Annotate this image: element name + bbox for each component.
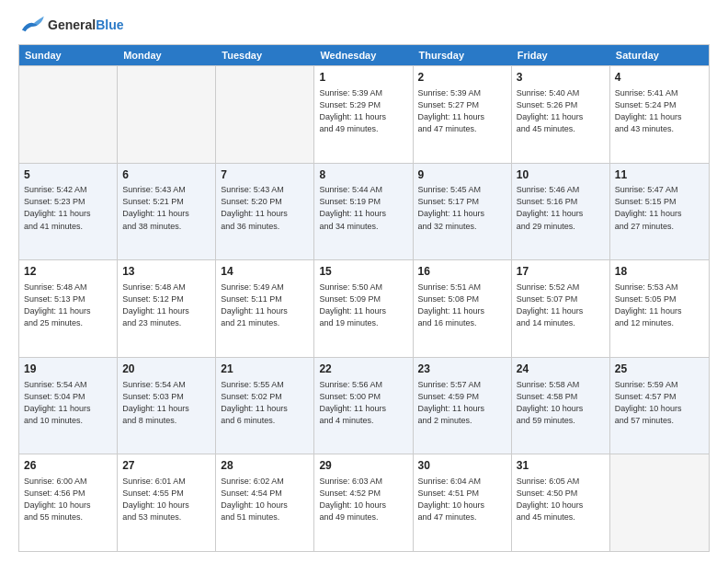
day-info: Sunrise: 5:40 AM Sunset: 5:26 PM Dayligh… [517, 87, 605, 135]
day-number: 31 [517, 458, 605, 474]
logo-icon [18, 15, 44, 35]
day-info: Sunrise: 6:03 AM Sunset: 4:52 PM Dayligh… [319, 476, 407, 523]
calendar: SundayMondayTuesdayWednesdayThursdayFrid… [18, 44, 710, 552]
calendar-cell: 8Sunrise: 5:44 AM Sunset: 5:19 PM Daylig… [314, 164, 413, 260]
calendar-cell: 5Sunrise: 5:42 AM Sunset: 5:23 PM Daylig… [19, 164, 118, 260]
day-info: Sunrise: 5:59 AM Sunset: 4:57 PM Dayligh… [615, 379, 704, 427]
day-number: 22 [319, 362, 407, 377]
day-number: 18 [615, 264, 704, 280]
day-number: 26 [24, 458, 112, 474]
calendar-cell: 3Sunrise: 5:40 AM Sunset: 5:26 PM Daylig… [512, 66, 610, 163]
calendar-cell: 6Sunrise: 5:43 AM Sunset: 5:21 PM Daylig… [118, 164, 216, 260]
day-number: 29 [319, 458, 407, 474]
day-info: Sunrise: 5:39 AM Sunset: 5:27 PM Dayligh… [418, 87, 506, 135]
day-header-tuesday: Tuesday [216, 45, 314, 65]
calendar-cell: 4Sunrise: 5:41 AM Sunset: 5:24 PM Daylig… [610, 66, 709, 163]
day-number: 9 [418, 167, 506, 183]
logo: GeneralBlue [18, 15, 123, 35]
calendar-cell: 11Sunrise: 5:47 AM Sunset: 5:15 PM Dayli… [610, 164, 709, 260]
calendar-cell: 28Sunrise: 6:02 AM Sunset: 4:54 PM Dayli… [216, 454, 314, 551]
day-number: 28 [221, 458, 309, 474]
day-info: Sunrise: 5:57 AM Sunset: 4:59 PM Dayligh… [418, 379, 506, 427]
day-number: 16 [418, 264, 506, 280]
day-info: Sunrise: 5:51 AM Sunset: 5:08 PM Dayligh… [418, 282, 506, 329]
day-info: Sunrise: 5:41 AM Sunset: 5:24 PM Dayligh… [615, 87, 704, 135]
calendar-cell: 14Sunrise: 5:49 AM Sunset: 5:11 PM Dayli… [216, 260, 314, 357]
day-info: Sunrise: 5:54 AM Sunset: 5:04 PM Dayligh… [24, 379, 112, 427]
calendar-cell [19, 66, 118, 163]
calendar-cell: 31Sunrise: 6:05 AM Sunset: 4:50 PM Dayli… [512, 454, 610, 551]
day-info: Sunrise: 5:46 AM Sunset: 5:16 PM Dayligh… [517, 184, 605, 232]
calendar-cell [610, 454, 709, 551]
day-number: 7 [221, 167, 309, 183]
day-number: 21 [221, 362, 309, 377]
day-info: Sunrise: 6:01 AM Sunset: 4:55 PM Dayligh… [122, 476, 210, 523]
calendar-cell: 18Sunrise: 5:53 AM Sunset: 5:05 PM Dayli… [610, 260, 709, 357]
calendar-cell: 29Sunrise: 6:03 AM Sunset: 4:52 PM Dayli… [314, 454, 413, 551]
day-info: Sunrise: 5:56 AM Sunset: 5:00 PM Dayligh… [319, 379, 407, 427]
day-info: Sunrise: 5:45 AM Sunset: 5:17 PM Dayligh… [418, 184, 506, 232]
day-number: 25 [615, 362, 704, 377]
day-number: 1 [319, 70, 407, 86]
day-number: 11 [615, 167, 704, 183]
day-number: 5 [24, 167, 112, 183]
day-info: Sunrise: 5:43 AM Sunset: 5:20 PM Dayligh… [221, 184, 309, 232]
calendar-cell: 16Sunrise: 5:51 AM Sunset: 5:08 PM Dayli… [414, 260, 512, 357]
day-number: 12 [24, 264, 112, 280]
day-info: Sunrise: 5:48 AM Sunset: 5:12 PM Dayligh… [122, 282, 210, 329]
day-info: Sunrise: 6:00 AM Sunset: 4:56 PM Dayligh… [24, 476, 112, 523]
day-info: Sunrise: 6:02 AM Sunset: 4:54 PM Dayligh… [221, 476, 309, 523]
day-info: Sunrise: 5:42 AM Sunset: 5:23 PM Dayligh… [24, 184, 112, 232]
day-number: 3 [517, 70, 605, 86]
day-info: Sunrise: 5:44 AM Sunset: 5:19 PM Dayligh… [319, 184, 407, 232]
calendar-header: SundayMondayTuesdayWednesdayThursdayFrid… [19, 45, 709, 65]
day-info: Sunrise: 6:04 AM Sunset: 4:51 PM Dayligh… [418, 476, 506, 523]
calendar-cell: 12Sunrise: 5:48 AM Sunset: 5:13 PM Dayli… [19, 260, 118, 357]
calendar-cell [216, 66, 314, 163]
day-header-monday: Monday [118, 45, 216, 65]
day-number: 14 [221, 264, 309, 280]
calendar-cell: 26Sunrise: 6:00 AM Sunset: 4:56 PM Dayli… [19, 454, 118, 551]
page: GeneralBlue SundayMondayTuesdayWednesday… [0, 0, 728, 563]
day-number: 4 [615, 70, 704, 86]
day-number: 8 [319, 167, 407, 183]
day-header-saturday: Saturday [610, 45, 709, 65]
calendar-week-2: 5Sunrise: 5:42 AM Sunset: 5:23 PM Daylig… [19, 163, 709, 260]
day-info: Sunrise: 5:58 AM Sunset: 4:58 PM Dayligh… [517, 379, 605, 427]
calendar-week-3: 12Sunrise: 5:48 AM Sunset: 5:13 PM Dayli… [19, 259, 709, 357]
day-number: 15 [319, 264, 407, 280]
day-number: 30 [418, 458, 506, 474]
logo-text: GeneralBlue [48, 17, 123, 33]
day-info: Sunrise: 5:39 AM Sunset: 5:29 PM Dayligh… [319, 87, 407, 135]
calendar-cell: 15Sunrise: 5:50 AM Sunset: 5:09 PM Dayli… [314, 260, 413, 357]
day-header-friday: Friday [512, 45, 610, 65]
calendar-cell: 20Sunrise: 5:54 AM Sunset: 5:03 PM Dayli… [118, 358, 216, 454]
calendar-cell: 21Sunrise: 5:55 AM Sunset: 5:02 PM Dayli… [216, 358, 314, 454]
day-info: Sunrise: 5:54 AM Sunset: 5:03 PM Dayligh… [122, 379, 210, 427]
day-number: 19 [24, 362, 112, 377]
calendar-cell: 10Sunrise: 5:46 AM Sunset: 5:16 PM Dayli… [512, 164, 610, 260]
day-info: Sunrise: 5:55 AM Sunset: 5:02 PM Dayligh… [221, 379, 309, 427]
calendar-cell: 24Sunrise: 5:58 AM Sunset: 4:58 PM Dayli… [512, 358, 610, 454]
day-info: Sunrise: 5:47 AM Sunset: 5:15 PM Dayligh… [615, 184, 704, 232]
day-number: 6 [122, 167, 210, 183]
day-number: 13 [122, 264, 210, 280]
calendar-cell: 23Sunrise: 5:57 AM Sunset: 4:59 PM Dayli… [414, 358, 512, 454]
calendar-cell: 27Sunrise: 6:01 AM Sunset: 4:55 PM Dayli… [118, 454, 216, 551]
calendar-cell: 13Sunrise: 5:48 AM Sunset: 5:12 PM Dayli… [118, 260, 216, 357]
day-number: 20 [122, 362, 210, 377]
calendar-cell: 25Sunrise: 5:59 AM Sunset: 4:57 PM Dayli… [610, 358, 709, 454]
day-header-sunday: Sunday [19, 45, 118, 65]
calendar-week-5: 26Sunrise: 6:00 AM Sunset: 4:56 PM Dayli… [19, 454, 709, 551]
calendar-cell: 17Sunrise: 5:52 AM Sunset: 5:07 PM Dayli… [512, 260, 610, 357]
day-info: Sunrise: 5:50 AM Sunset: 5:09 PM Dayligh… [319, 282, 407, 329]
day-number: 2 [418, 70, 506, 86]
day-info: Sunrise: 5:52 AM Sunset: 5:07 PM Dayligh… [517, 282, 605, 329]
calendar-cell: 7Sunrise: 5:43 AM Sunset: 5:20 PM Daylig… [216, 164, 314, 260]
calendar-week-4: 19Sunrise: 5:54 AM Sunset: 5:04 PM Dayli… [19, 357, 709, 454]
header: GeneralBlue [18, 15, 710, 35]
calendar-body: 1Sunrise: 5:39 AM Sunset: 5:29 PM Daylig… [19, 65, 709, 551]
calendar-cell: 1Sunrise: 5:39 AM Sunset: 5:29 PM Daylig… [314, 66, 413, 163]
day-header-thursday: Thursday [414, 45, 512, 65]
calendar-cell: 30Sunrise: 6:04 AM Sunset: 4:51 PM Dayli… [414, 454, 512, 551]
